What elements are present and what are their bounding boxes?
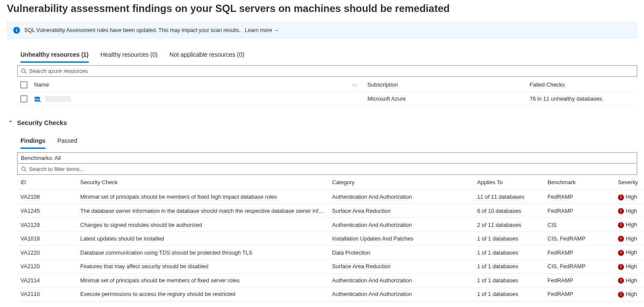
col-header-benchmark[interactable]: Benchmark: [544, 175, 615, 190]
severity-high-icon: !: [618, 278, 624, 284]
finding-row[interactable]: VA2114Minimal set of principals should b…: [17, 273, 644, 287]
tab-unhealthy-resources[interactable]: Unhealthy resources (1): [20, 51, 89, 63]
col-header-name[interactable]: Name: [31, 77, 347, 92]
finding-applies-to: 11 of 11 databases: [474, 190, 544, 204]
finding-row[interactable]: VA2108Minimal set of principals should b…: [17, 190, 644, 204]
tab-findings[interactable]: Findings: [20, 137, 45, 149]
findings-search-input[interactable]: [29, 166, 633, 172]
resource-row[interactable]: SQL Microsoft Azure 76 in 11 unhealthy d…: [17, 92, 637, 106]
col-header-failed-checks[interactable]: Failed Checks: [526, 77, 637, 92]
finding-security-check: Execute permissions to access the regist…: [77, 287, 329, 301]
finding-severity: !High: [615, 190, 644, 204]
search-icon: [21, 68, 26, 74]
col-header-severity[interactable]: Severity: [615, 175, 644, 190]
finding-category: Authentication And Authorization: [329, 273, 474, 287]
finding-category: Surface Area Reduction: [329, 204, 474, 218]
finding-applies-to: 1 of 1 databases: [474, 273, 544, 287]
finding-row[interactable]: VA1018Latest updates should be installed…: [17, 232, 644, 246]
col-header-id[interactable]: ID: [17, 175, 77, 190]
tab-healthy-resources[interactable]: Healthy resources (0): [101, 51, 158, 63]
row-checkbox[interactable]: [20, 96, 27, 102]
finding-security-check: Minimal set of principals should be memb…: [77, 190, 329, 204]
learn-more-link[interactable]: Learn more→: [245, 27, 279, 33]
finding-category: Authentication And Authorization: [329, 287, 474, 301]
finding-id: VA1220: [17, 246, 77, 260]
finding-id: VA2110: [17, 287, 77, 301]
finding-security-check: The database owner information in the da…: [77, 204, 329, 218]
finding-id: VA2120: [17, 259, 77, 273]
security-checks-title: Security Checks: [17, 119, 67, 126]
severity-high-icon: !: [618, 194, 624, 200]
finding-benchmark: CIS, FedRAMP: [544, 232, 615, 246]
finding-security-check: Features that may affect security should…: [77, 259, 329, 273]
sort-control[interactable]: ↑↓: [347, 77, 364, 92]
col-header-security-check[interactable]: Security Check: [77, 175, 329, 190]
finding-applies-to: 1 of 1 databases: [474, 259, 544, 273]
resource-subscription: Microsoft Azure: [364, 92, 526, 106]
benchmarks-filter[interactable]: Benchmarks: All: [17, 152, 637, 163]
security-checks-tabs: Findings Passed: [17, 130, 637, 149]
resource-table: Name ↑↓ Subscription Failed Checks SQL M…: [17, 77, 637, 106]
finding-row[interactable]: VA1220Database communication using TDS s…: [17, 246, 644, 260]
arrow-right-icon: →: [274, 27, 280, 33]
resource-search-input[interactable]: [29, 68, 633, 74]
svg-point-0: [22, 69, 25, 72]
findings-search[interactable]: [17, 163, 637, 175]
severity-high-icon: !: [618, 208, 624, 214]
finding-row[interactable]: VA2120Features that may affect security …: [17, 259, 644, 273]
finding-category: Surface Area Reduction: [329, 259, 474, 273]
sql-server-icon: SQL: [34, 96, 41, 102]
finding-severity: !High: [615, 218, 644, 232]
finding-benchmark: FedRAMP: [544, 190, 615, 204]
finding-benchmark: FedRAMP: [544, 246, 615, 260]
tab-not-applicable-resources[interactable]: Not applicable resources (0): [169, 51, 244, 63]
finding-benchmark: FedRAMP: [544, 204, 615, 218]
severity-high-icon: !: [618, 236, 624, 242]
finding-id: VA2114: [17, 273, 77, 287]
finding-severity: !High: [615, 204, 644, 218]
resource-search[interactable]: [17, 65, 637, 77]
finding-severity: !High: [615, 273, 644, 287]
security-checks-header[interactable]: ⌃ Security Checks: [0, 106, 644, 130]
col-header-applies-to[interactable]: Applies To: [474, 175, 544, 190]
finding-id: VA1018: [17, 232, 77, 246]
page-title: Vulnerability assessment findings on you…: [0, 0, 644, 22]
finding-severity: !High: [615, 246, 644, 260]
finding-applies-to: 2 of 11 databases: [474, 218, 544, 232]
resource-name-redacted: [45, 96, 71, 102]
severity-high-icon: !: [618, 222, 624, 228]
finding-security-check: Minimal set of principals should be memb…: [77, 273, 329, 287]
finding-category: Installation Updates And Patches: [329, 232, 474, 246]
finding-category: Authentication And Authorization: [329, 218, 474, 232]
finding-severity: !High: [615, 287, 644, 301]
finding-row[interactable]: VA1245The database owner information in …: [17, 204, 644, 218]
select-all-checkbox[interactable]: [20, 81, 27, 88]
finding-id: VA2108: [17, 190, 77, 204]
finding-security-check: Database communication using TDS should …: [77, 246, 329, 260]
svg-line-5: [25, 170, 26, 171]
finding-security-check: Latest updates should be installed: [77, 232, 329, 246]
learn-more-label: Learn more: [245, 27, 272, 33]
col-header-subscription[interactable]: Subscription: [364, 77, 526, 92]
severity-high-icon: !: [618, 264, 624, 270]
col-header-category[interactable]: Category: [329, 175, 474, 190]
finding-benchmark: CIS: [544, 218, 615, 232]
finding-row[interactable]: VA2110Execute permissions to access the …: [17, 287, 644, 301]
svg-line-1: [25, 72, 26, 73]
info-banner-text: SQL Vulnerability Assessment rules have …: [24, 27, 241, 33]
finding-benchmark: FedRAMP: [544, 273, 615, 287]
resource-tabs: Unhealthy resources (1) Healthy resource…: [17, 43, 637, 63]
finding-id: VA2129: [17, 218, 77, 232]
finding-benchmark: CIS, FedRAMP: [544, 259, 615, 273]
info-banner: i SQL Vulnerability Assessment rules hav…: [7, 22, 637, 38]
search-icon: [21, 166, 26, 172]
finding-benchmark: FedRAMP: [544, 287, 615, 301]
finding-applies-to: 1 of 1 databases: [474, 232, 544, 246]
finding-id: VA1245: [17, 204, 77, 218]
finding-applies-to: 1 of 1 databases: [474, 287, 544, 301]
finding-applies-to: 1 of 1 databases: [474, 246, 544, 260]
finding-applies-to: 6 of 10 databases: [474, 204, 544, 218]
tab-passed[interactable]: Passed: [57, 137, 77, 149]
finding-row[interactable]: VA2129Changes to signed modules should b…: [17, 218, 644, 232]
finding-severity: !High: [615, 232, 644, 246]
